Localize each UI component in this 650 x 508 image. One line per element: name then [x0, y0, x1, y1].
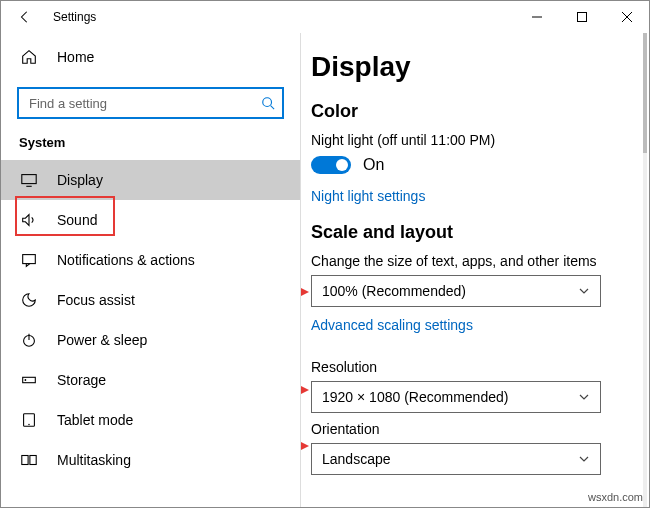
sidebar-item-label: Display: [57, 172, 103, 188]
annotation-arrow: [301, 383, 309, 397]
search-input[interactable]: [27, 95, 260, 112]
scrollbar-track[interactable]: [643, 33, 647, 507]
sidebar-item-label: Multitasking: [57, 452, 131, 468]
orientation-label: Orientation: [311, 421, 649, 437]
scale-heading: Scale and layout: [311, 222, 649, 243]
svg-rect-1: [577, 13, 586, 22]
window-controls: [514, 1, 649, 33]
night-light-toggle-row: On: [311, 156, 649, 174]
annotation-arrow: [301, 285, 309, 299]
window-title: Settings: [53, 10, 514, 24]
color-heading: Color: [311, 101, 649, 122]
sidebar-item-storage[interactable]: Storage: [1, 360, 300, 400]
night-light-status: Night light (off until 11:00 PM): [311, 132, 649, 148]
orientation-value: Landscape: [322, 451, 391, 467]
scale-dropdown[interactable]: 100% (Recommended): [311, 275, 601, 307]
search-icon: [260, 95, 276, 111]
sidebar-item-notifications[interactable]: Notifications & actions: [1, 240, 300, 280]
multitasking-icon: [19, 450, 39, 470]
resolution-dropdown[interactable]: 1920 × 1080 (Recommended): [311, 381, 601, 413]
display-icon: [19, 170, 39, 190]
group-system: System: [1, 135, 300, 160]
resolution-value: 1920 × 1080 (Recommended): [322, 389, 508, 405]
sidebar-item-label: Sound: [57, 212, 97, 228]
sidebar-item-sound[interactable]: Sound: [1, 200, 300, 240]
page-title: Display: [311, 51, 649, 83]
advanced-scaling-link[interactable]: Advanced scaling settings: [311, 317, 473, 333]
night-light-settings-link[interactable]: Night light settings: [311, 188, 425, 204]
svg-rect-6: [22, 175, 36, 184]
sidebar: Home System Display Sound: [1, 33, 301, 507]
svg-rect-8: [23, 255, 36, 264]
tablet-icon: [19, 410, 39, 430]
scrollbar-thumb[interactable]: [643, 33, 647, 153]
svg-point-14: [28, 424, 29, 425]
title-bar: Settings: [1, 1, 649, 33]
chevron-down-icon: [578, 285, 590, 297]
close-button[interactable]: [604, 1, 649, 33]
maximize-button[interactable]: [559, 1, 604, 33]
notifications-icon: [19, 250, 39, 270]
night-light-toggle[interactable]: [311, 156, 351, 174]
annotation-arrow: [301, 439, 309, 453]
svg-marker-22: [301, 441, 309, 451]
sidebar-item-display[interactable]: Display: [1, 160, 300, 200]
svg-marker-20: [301, 385, 309, 395]
sidebar-item-tablet-mode[interactable]: Tablet mode: [1, 400, 300, 440]
svg-point-12: [25, 379, 27, 381]
sidebar-item-label: Storage: [57, 372, 106, 388]
scale-label: Change the size of text, apps, and other…: [311, 253, 649, 269]
content-area: Home System Display Sound: [1, 33, 649, 507]
svg-rect-16: [30, 456, 36, 465]
sidebar-item-label: Power & sleep: [57, 332, 147, 348]
orientation-dropdown[interactable]: Landscape: [311, 443, 601, 475]
svg-marker-18: [301, 287, 309, 297]
sidebar-item-power-sleep[interactable]: Power & sleep: [1, 320, 300, 360]
back-button[interactable]: [15, 7, 35, 27]
toggle-state-label: On: [363, 156, 384, 174]
search-box[interactable]: [17, 87, 284, 119]
home-nav[interactable]: Home: [1, 37, 300, 77]
storage-icon: [19, 370, 39, 390]
sidebar-item-label: Focus assist: [57, 292, 135, 308]
svg-line-5: [271, 106, 275, 110]
sidebar-item-focus-assist[interactable]: Focus assist: [1, 280, 300, 320]
home-label: Home: [57, 49, 94, 65]
svg-rect-15: [22, 456, 28, 465]
chevron-down-icon: [578, 453, 590, 465]
sidebar-item-label: Notifications & actions: [57, 252, 195, 268]
search-container: [1, 87, 300, 135]
resolution-label: Resolution: [311, 359, 649, 375]
chevron-down-icon: [578, 391, 590, 403]
svg-point-4: [263, 98, 272, 107]
watermark: wsxdn.com: [588, 491, 643, 503]
main-panel: Display Color Night light (off until 11:…: [301, 33, 649, 507]
power-icon: [19, 330, 39, 350]
scale-value: 100% (Recommended): [322, 283, 466, 299]
sidebar-item-multitasking[interactable]: Multitasking: [1, 440, 300, 480]
home-icon: [19, 47, 39, 67]
sidebar-item-label: Tablet mode: [57, 412, 133, 428]
sound-icon: [19, 210, 39, 230]
focus-assist-icon: [19, 290, 39, 310]
minimize-button[interactable]: [514, 1, 559, 33]
